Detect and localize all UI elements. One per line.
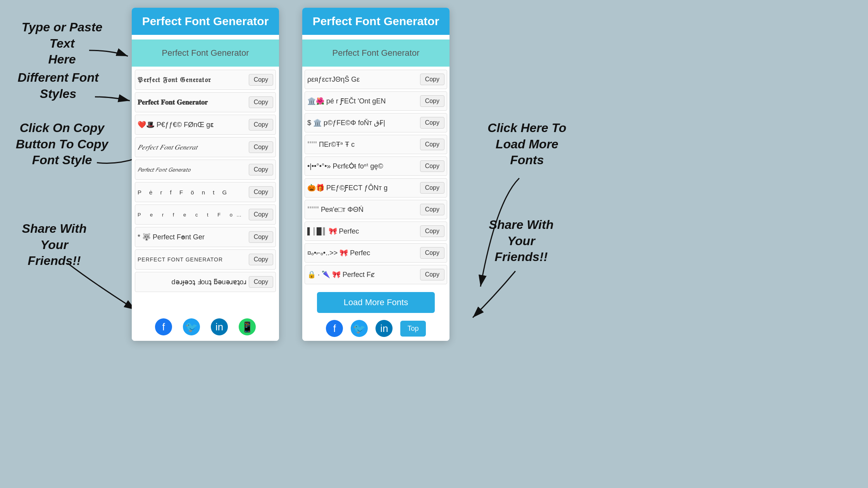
twitter-icon-right: 🐦 — [353, 323, 365, 335]
copy-button[interactable]: Copy — [420, 247, 444, 259]
copy-button[interactable]: Copy — [420, 182, 444, 194]
font-text: P e r f e c t F o n t — [138, 212, 249, 218]
font-row: 𝔓𝔢𝔯𝔣𝔢𝔠𝔱 𝔉𝔬𝔫𝔱 𝔊𝔢𝔫𝔢𝔯𝔞𝔱𝔬𝔯 Copy — [135, 70, 276, 90]
font-text: 🏛️🌺 рé r ƑEČt 'Ont gEN — [307, 97, 420, 105]
font-text: ˈˈˈˈˈ ΠΕr©Ŧᵃ Ŧ c — [307, 140, 420, 149]
font-text: •|••°•°•» РєrfєȮŧ foⁿᵗ gę© — [307, 162, 420, 170]
copy-button[interactable]: Copy — [420, 204, 444, 215]
copy-button[interactable]: Copy — [420, 95, 444, 107]
annotation-load-more: Click Here ToLoad MoreFonts — [473, 120, 581, 168]
font-text: 𝔓𝔢𝔯𝔣𝔢𝔠𝔱 𝔉𝔬𝔫𝔱 𝔊𝔢𝔫𝔢𝔯𝔞𝔱𝔬𝔯 — [138, 76, 249, 84]
font-text: P ė r f F ö n t G — [138, 189, 249, 196]
copy-button[interactable]: Copy — [420, 269, 444, 280]
copy-button[interactable]: Copy — [249, 96, 273, 108]
top-button[interactable]: Top — [400, 321, 425, 337]
annotation-share2: Share WithYourFriends!! — [473, 217, 570, 265]
twitter-icon: 🐦 — [185, 321, 198, 333]
font-text: 𝘗𝘦𝘳𝘧𝘦𝘤𝘵 𝘍𝘰𝘯𝘵 𝘎𝘦𝘯𝘦𝘳𝘢𝘵𝘰 — [138, 166, 249, 173]
font-row: ˈˈˈˈˈˈ Рея'е□т ΦΘŃ Copy — [305, 200, 447, 219]
copy-button[interactable]: Copy — [249, 276, 273, 288]
left-panel-header-text: Perfect Font Generator — [142, 15, 269, 27]
font-row: ❤️🎩 P€ƒƒ€© FØnŒ gɛ Copy — [135, 115, 276, 135]
font-row: 🏛️🌺 рé r ƑEČt 'Ont gEN Copy — [305, 91, 447, 111]
font-text: $ 🏛️ p©ƒFE©Φ foŇт ق₣| — [307, 119, 420, 127]
annotation-load-more-text: Click Here ToLoad MoreFonts — [487, 121, 566, 167]
font-text: ρεяƒεcтJΘηŜ Gε — [307, 76, 420, 84]
font-row: P ė r f F ö n t G Copy — [135, 182, 276, 202]
text-input[interactable] — [132, 40, 279, 67]
annotation-share2-text: Share WithYourFriends!! — [489, 218, 554, 264]
font-list-left: 𝔓𝔢𝔯𝔣𝔢𝔠𝔱 𝔉𝔬𝔫𝔱 𝔊𝔢𝔫𝔢𝔯𝔞𝔱𝔬𝔯 Copy 𝐏𝐞𝐫𝐟𝐞𝐜𝐭 𝐅𝐨𝐧𝐭… — [132, 70, 279, 312]
copy-button[interactable]: Copy — [420, 117, 444, 129]
twitter-share-button-right[interactable]: 🐦 — [351, 320, 368, 337]
linkedin-icon: in — [215, 321, 223, 333]
top-button-label: Top — [407, 325, 418, 332]
font-row: $ 🏛️ p©ƒFE©Φ foŇт ق₣| Copy — [305, 113, 447, 132]
copy-button[interactable]: Copy — [249, 119, 273, 131]
load-more-label: Load More Fonts — [344, 297, 408, 307]
whatsapp-icon: 📱 — [241, 321, 253, 333]
annotation-type-here: Type or Paste TextHere — [8, 19, 116, 68]
font-row: ρεяƒεcтJΘηŜ Gε Copy — [305, 70, 447, 89]
font-text: ¤ₒ•⌐ₒ•..>> 🎀 Perfec — [307, 249, 420, 257]
copy-button[interactable]: Copy — [420, 74, 444, 85]
annotation-diff-styles-text: Different FontStyles — [17, 70, 98, 101]
linkedin-icon-right: in — [380, 323, 388, 335]
font-row: 𝑃𝑒𝑟𝑓𝑒𝑐𝑡 𝐹𝑜𝑛𝑡 𝐺𝑒𝑛𝑒𝑟𝑎𝑡 Copy — [135, 137, 276, 157]
facebook-share-button[interactable]: f — [155, 318, 172, 335]
annotation-diff-styles: Different FontStyles — [8, 70, 108, 102]
font-row: 🎃🎁 ΡEƒ©ƑECT ƒÔNт g Copy — [305, 178, 447, 198]
left-phone-panel: Perfect Font Generator 𝔓𝔢𝔯𝔣𝔢𝔠𝔱 𝔉𝔬𝔫𝔱 𝔊𝔢𝔫𝔢… — [132, 8, 279, 341]
font-text: * 🐺 Perfect Fөnt Ger — [138, 233, 249, 241]
font-text: ▌│█║ 🎀 Perfec — [307, 227, 420, 235]
annotation-click-copy: Click On CopyButton To CopyFont Style — [8, 120, 116, 168]
font-row: ɹoʇɐɹǝuǝƃ ʇuoℲ ʇɔǝɟɹǝd Copy — [135, 272, 276, 292]
right-panel-header-text: Perfect Font Generator — [313, 15, 439, 27]
copy-button[interactable]: Copy — [249, 209, 273, 220]
facebook-icon: f — [162, 321, 165, 333]
font-row: * 🐺 Perfect Fөnt Ger Copy — [135, 227, 276, 247]
linkedin-share-button-right[interactable]: in — [375, 320, 393, 337]
font-row: 𝐏𝐞𝐫𝐟𝐞𝐜𝐭 𝐅𝐨𝐧𝐭 𝐆𝐞𝐧𝐞𝐫𝐚𝐭𝐨𝐫 Copy — [135, 92, 276, 112]
copy-button[interactable]: Copy — [249, 254, 273, 265]
font-text: ɹoʇɐɹǝuǝƃ ʇuoℲ ʇɔǝɟɹǝd — [138, 278, 249, 286]
copy-button[interactable]: Copy — [420, 139, 444, 150]
facebook-icon-right: f — [333, 323, 336, 335]
font-row: ˈˈˈˈˈ ΠΕr©Ŧᵃ Ŧ c Copy — [305, 135, 447, 154]
copy-button[interactable]: Copy — [420, 160, 444, 172]
left-panel-header: Perfect Font Generator — [132, 8, 279, 35]
font-row: P e r f e c t F o n t Copy — [135, 204, 276, 225]
font-text: 𝑃𝑒𝑟𝑓𝑒𝑐𝑡 𝐹𝑜𝑛𝑡 𝐺𝑒𝑛𝑒𝑟𝑎𝑡 — [138, 143, 249, 151]
font-text: 𝐏𝐞𝐫𝐟𝐞𝐜𝐭 𝐅𝐨𝐧𝐭 𝐆𝐞𝐧𝐞𝐫𝐚𝐭𝐨𝐫 — [138, 98, 249, 107]
copy-button[interactable]: Copy — [420, 225, 444, 237]
bottom-bar-right: f 🐦 in Top — [302, 316, 450, 341]
font-row: 🔒 · 🌂 🎀 Perfect Fȼ Copy — [305, 265, 447, 284]
copy-button[interactable]: Copy — [249, 164, 273, 175]
font-list-right: ρεяƒεcтJΘηŜ Gε Copy 🏛️🌺 рé r ƑEČt 'Ont g… — [302, 70, 450, 289]
whatsapp-share-button[interactable]: 📱 — [239, 318, 256, 335]
copy-button[interactable]: Copy — [249, 231, 273, 243]
annotation-share: Share WithYourFriends!! — [8, 221, 101, 269]
annotation-share-text: Share WithYourFriends!! — [22, 222, 87, 268]
facebook-share-button-right[interactable]: f — [326, 320, 343, 337]
copy-button[interactable]: Copy — [249, 141, 273, 153]
font-text: PERFECT FONT GENERATOR — [138, 256, 249, 263]
copy-button[interactable]: Copy — [249, 186, 273, 198]
annotation-click-copy-text: Click On CopyButton To CopyFont Style — [16, 121, 108, 167]
copy-button[interactable]: Copy — [249, 74, 273, 86]
font-row: •|••°•°•» РєrfєȮŧ foⁿᵗ gę© Copy — [305, 156, 447, 176]
right-phone-panel: Perfect Font Generator ρεяƒεcтJΘηŜ Gε Co… — [302, 8, 450, 341]
load-more-button[interactable]: Load More Fonts — [317, 292, 435, 313]
font-row: PERFECT FONT GENERATOR Copy — [135, 249, 276, 270]
linkedin-share-button[interactable]: in — [211, 318, 228, 335]
font-text: ˈˈˈˈˈˈ Рея'е□т ΦΘŃ — [307, 205, 420, 214]
text-input-right[interactable] — [302, 40, 450, 67]
font-text: ❤️🎩 P€ƒƒ€© FØnŒ gɛ — [138, 120, 249, 129]
font-row: ▌│█║ 🎀 Perfec Copy — [305, 222, 447, 241]
right-panel-header: Perfect Font Generator — [302, 8, 450, 35]
share-bar-left: f 🐦 in 📱 — [132, 312, 279, 341]
twitter-share-button[interactable]: 🐦 — [183, 318, 200, 335]
font-row: 𝘗𝘦𝘳𝘧𝘦𝘤𝘵 𝘍𝘰𝘯𝘵 𝘎𝘦𝘯𝘦𝘳𝘢𝘵𝘰 Copy — [135, 160, 276, 180]
font-text: 🎃🎁 ΡEƒ©ƑECT ƒÔNт g — [307, 184, 420, 192]
font-row: ¤ₒ•⌐ₒ•..>> 🎀 Perfec Copy — [305, 243, 447, 263]
